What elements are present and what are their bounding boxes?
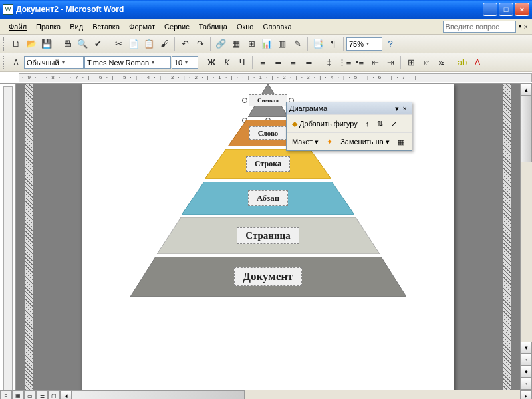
page-container[interactable]: Символ Слово Строка Абзац Страница [16, 84, 520, 390]
underline-button[interactable]: Ч [235, 55, 249, 70]
pyramid-level-2[interactable]: Строка [205, 149, 331, 179]
new-doc-button[interactable]: 🗋 [9, 37, 23, 51]
pyramid-label-0[interactable]: Символ [249, 94, 287, 106]
scroll-up-button[interactable]: ▴ [521, 84, 532, 96]
prev-page-button[interactable]: ◦ [521, 354, 532, 366]
autoformat-button[interactable]: ✦ [324, 135, 335, 148]
numbering-button[interactable]: ⋮≡ [337, 55, 352, 70]
zoom-combo[interactable]: 75%▾ [346, 37, 382, 51]
copy-button[interactable]: 📄 [126, 37, 141, 51]
bold-button[interactable]: Ж [204, 55, 219, 70]
justify-button[interactable]: ≣ [301, 55, 316, 70]
help-search-input[interactable] [443, 21, 516, 33]
font-color-button[interactable]: A [470, 55, 485, 70]
doc-map-button[interactable]: 📑 [311, 37, 325, 51]
menu-window[interactable]: Окно [232, 21, 259, 33]
scroll-thumb[interactable] [521, 96, 532, 162]
move-down-button[interactable]: ⇅ [374, 117, 386, 130]
pyramid-label-4[interactable]: Страница [237, 227, 299, 244]
menu-insert[interactable]: Вставка [88, 21, 124, 33]
size-combo[interactable]: 10▾ [172, 56, 198, 69]
layout-button[interactable]: Макет ▾ [289, 135, 321, 148]
toolbar-grip[interactable] [3, 37, 6, 51]
tables-button[interactable]: ▦ [229, 37, 243, 51]
menu-edit[interactable]: Правка [31, 21, 65, 33]
menubar-close-icon[interactable]: × [524, 23, 528, 31]
redo-button[interactable]: ↷ [193, 37, 207, 51]
superscript-button[interactable]: x² [419, 55, 434, 70]
pyramid-level-5[interactable]: Документ [130, 257, 406, 297]
menu-file[interactable]: Файл [4, 21, 31, 33]
browse-object-button[interactable]: ● [521, 366, 532, 378]
drawing-button[interactable]: ✎ [290, 37, 305, 51]
normal-view-button[interactable]: ≡ [0, 390, 12, 399]
menu-table[interactable]: Таблица [194, 21, 232, 33]
open-button[interactable]: 📂 [24, 37, 39, 51]
minimize-button[interactable]: _ [483, 3, 497, 16]
reverse-button[interactable]: ⤢ [388, 117, 400, 130]
hyperlink-button[interactable]: 🔗 [213, 37, 228, 51]
show-marks-button[interactable]: ¶ [326, 37, 340, 51]
undo-button[interactable]: ↶ [178, 37, 192, 51]
float-toolbar-close[interactable]: × [401, 104, 409, 112]
diagram-toolbar-title[interactable]: Диаграмма ▾ × [287, 102, 412, 114]
menu-help[interactable]: Справка [258, 21, 296, 33]
add-shape-button[interactable]: ◆Добавить фигуру [289, 117, 360, 130]
menu-tools[interactable]: Сервис [160, 21, 194, 33]
pyramid-level-4[interactable]: Страница [157, 217, 380, 254]
print-view-button[interactable]: ▭ [24, 390, 36, 399]
scroll-left-button[interactable]: ◂ [60, 390, 72, 399]
hscroll-thumb[interactable] [72, 390, 245, 399]
increase-indent-button[interactable]: ⇥ [383, 55, 398, 70]
align-left-button[interactable]: ≡ [255, 55, 270, 70]
save-button[interactable]: 💾 [39, 37, 54, 51]
scroll-down-button[interactable]: ▾ [521, 342, 532, 354]
bullets-button[interactable]: •≡ [352, 55, 367, 70]
format-painter-button[interactable]: 🖌 [157, 37, 172, 51]
diagram-toolbar[interactable]: Диаграмма ▾ × ◆Добавить фигуру ↕ ⇅ ⤢ Мак… [286, 102, 412, 151]
italic-button[interactable]: К [219, 55, 234, 70]
fit-text-button[interactable]: ▦ [395, 135, 407, 148]
next-page-button[interactable]: ◦ [521, 378, 532, 390]
align-right-button[interactable]: ≡ [286, 55, 301, 70]
subscript-button[interactable]: x₂ [434, 55, 449, 70]
replace-button[interactable]: Заменить на ▾ [338, 135, 392, 148]
help-dropdown-arrow[interactable]: ▾ [519, 23, 521, 29]
maximize-button[interactable]: □ [499, 3, 513, 16]
reading-view-button[interactable]: ▢ [48, 390, 60, 399]
pyramid-label-5[interactable]: Документ [234, 267, 301, 286]
line-spacing-button[interactable]: ‡ [322, 55, 336, 70]
spellcheck-button[interactable]: ✔ [90, 37, 105, 51]
highlight-button[interactable]: ab [455, 55, 469, 70]
columns-button[interactable]: ▥ [275, 37, 289, 51]
insert-table-button[interactable]: ⊞ [244, 37, 259, 51]
cut-button[interactable]: ✂ [111, 37, 126, 51]
toolbar-grip-2[interactable] [3, 56, 6, 69]
paste-button[interactable]: 📋 [142, 37, 156, 51]
menu-format[interactable]: Формат [124, 21, 160, 33]
pyramid-label-1[interactable]: Слово [249, 126, 287, 140]
vertical-ruler[interactable] [0, 84, 16, 390]
decrease-indent-button[interactable]: ⇤ [368, 55, 382, 70]
move-up-button[interactable]: ↕ [363, 117, 372, 130]
vertical-scrollbar[interactable]: ▴ ▾ ◦ ● ◦ [520, 84, 532, 390]
close-button[interactable]: × [515, 3, 529, 16]
pyramid-label-2[interactable]: Строка [246, 156, 290, 172]
pyramid-level-3[interactable]: Абзац [182, 182, 354, 215]
style-combo[interactable]: Обычный▾ [24, 56, 84, 69]
borders-button[interactable]: ⊞ [404, 55, 418, 70]
styles-button[interactable]: A [9, 55, 23, 70]
print-preview-button[interactable]: 🔍 [75, 37, 90, 51]
pyramid-level-0[interactable]: Символ [248, 84, 288, 117]
pyramid-label-3[interactable]: Абзац [248, 190, 288, 206]
excel-button[interactable]: 📊 [259, 37, 274, 51]
menu-view[interactable]: Вид [65, 21, 88, 33]
outline-view-button[interactable]: ☰ [36, 390, 48, 399]
font-combo[interactable]: Times New Roman▾ [84, 56, 171, 69]
help-button[interactable]: ? [383, 37, 398, 51]
web-view-button[interactable]: ▦ [12, 390, 24, 399]
print-button[interactable]: 🖶 [60, 37, 74, 51]
align-center-button[interactable]: ≣ [271, 55, 285, 70]
horizontal-ruler[interactable]: · 9 · | · 8 · | · 7 · | · 6 · | · 5 · | … [0, 72, 532, 84]
scroll-right-button[interactable]: ▸ [520, 390, 532, 399]
